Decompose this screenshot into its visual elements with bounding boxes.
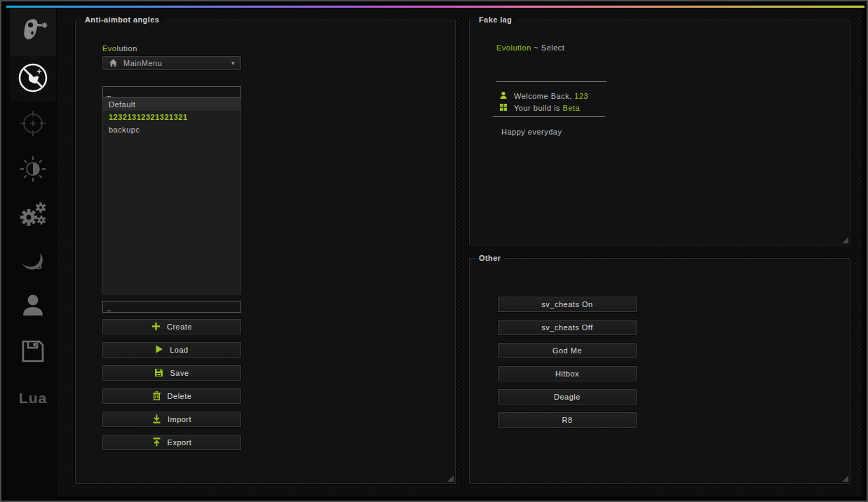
sv-cheats-off-button[interactable]: sv_cheats Off xyxy=(498,320,637,335)
hitbox-button[interactable]: Hitbox xyxy=(498,366,637,381)
divider-line xyxy=(493,116,605,117)
sidebar-item-antiaim[interactable] xyxy=(10,56,56,102)
menu-dropdown-value: MainMenu xyxy=(123,59,162,67)
sidebar-item-ragebot[interactable] xyxy=(10,8,56,56)
resize-grip[interactable] xyxy=(842,237,848,243)
import-button[interactable]: Import xyxy=(102,412,241,427)
trash-icon xyxy=(152,391,161,402)
build-text: Your build is Beta xyxy=(514,104,580,112)
delete-button[interactable]: Delete xyxy=(102,388,241,404)
fakelag-panel-title: Fake lag xyxy=(475,15,515,24)
deagle-button[interactable]: Deagle xyxy=(498,389,637,405)
rainbow-accent-bar xyxy=(6,6,864,8)
resize-grip[interactable] xyxy=(447,475,454,482)
lua-tab-label: Lua xyxy=(19,390,47,407)
divider-line xyxy=(496,81,606,82)
config-list-item-default[interactable]: Default xyxy=(103,98,240,111)
welcome-text: Welcome Back, 123 xyxy=(514,92,588,100)
export-button[interactable]: Export xyxy=(102,435,241,450)
new-config-name-input[interactable] xyxy=(102,301,241,313)
fakelag-header: Evolution ~ Select xyxy=(496,43,564,52)
ragebot-head-icon xyxy=(18,16,48,48)
plus-icon xyxy=(151,322,161,332)
legitbot-crosshair-icon xyxy=(18,109,48,141)
user-person-icon xyxy=(499,91,508,101)
floppy-icon xyxy=(154,368,163,379)
chevron-down-icon: ▾ xyxy=(231,60,235,67)
build-row: Your build is Beta xyxy=(499,103,580,113)
r8-button[interactable]: R8 xyxy=(498,412,637,428)
export-arrow-icon xyxy=(152,437,161,448)
other-panel-title: Other xyxy=(475,254,504,262)
visuals-sun-icon xyxy=(18,154,48,187)
misc-gears-icon xyxy=(17,198,49,233)
sidebar-item-config[interactable] xyxy=(10,330,56,375)
home-icon xyxy=(109,58,118,69)
import-arrow-icon xyxy=(152,414,161,425)
sidebar-item-misc[interactable] xyxy=(10,193,56,238)
config-list-item-backupc[interactable]: backupc xyxy=(103,123,240,136)
config-list-item-selected[interactable]: 12321312321321321 xyxy=(103,111,240,123)
load-button[interactable]: Load xyxy=(102,342,241,358)
evolution-label: Evolution xyxy=(102,44,137,53)
sidebar-item-skins[interactable] xyxy=(10,238,56,284)
create-button[interactable]: Create xyxy=(102,319,241,334)
antiaim-panel-title: Anti-aimbot angles xyxy=(81,15,163,24)
cheat-menu-window: Lua Anti-aimbot angles Evolution MainMen… xyxy=(0,0,868,502)
resize-grip[interactable] xyxy=(842,475,848,482)
sv-cheats-on-button[interactable]: sv_cheats On xyxy=(498,297,637,312)
play-icon xyxy=(155,345,163,355)
players-person-icon xyxy=(18,291,48,323)
skins-knife-icon xyxy=(17,244,49,279)
build-grid-icon xyxy=(499,103,508,113)
fakelag-panel: Fake lag Evolution ~ Select Welcome Back… xyxy=(469,15,850,245)
antiaim-no-hand-icon xyxy=(16,61,50,97)
menu-dropdown[interactable]: MainMenu ▾ xyxy=(102,56,241,70)
config-list[interactable]: Default 12321312321321321 backupc xyxy=(102,98,241,294)
save-button[interactable]: Save xyxy=(102,365,241,381)
happy-message: Happy everyday xyxy=(501,128,562,136)
sidebar-item-lua[interactable]: Lua xyxy=(10,375,56,421)
other-panel: Other sv_cheats On sv_cheats Off God Me … xyxy=(469,254,850,484)
sidebar-item-visuals[interactable] xyxy=(10,147,56,193)
sidebar-item-legitbot[interactable] xyxy=(10,102,56,147)
antiaim-angles-panel: Anti-aimbot angles Evolution MainMenu ▾ … xyxy=(75,15,456,484)
config-save-icon xyxy=(18,337,48,369)
god-me-button[interactable]: God Me xyxy=(498,343,637,358)
sidebar-item-players[interactable] xyxy=(10,284,56,330)
config-filter-input[interactable] xyxy=(102,86,241,98)
welcome-row: Welcome Back, 123 xyxy=(499,91,588,101)
sidebar: Lua xyxy=(6,8,57,499)
